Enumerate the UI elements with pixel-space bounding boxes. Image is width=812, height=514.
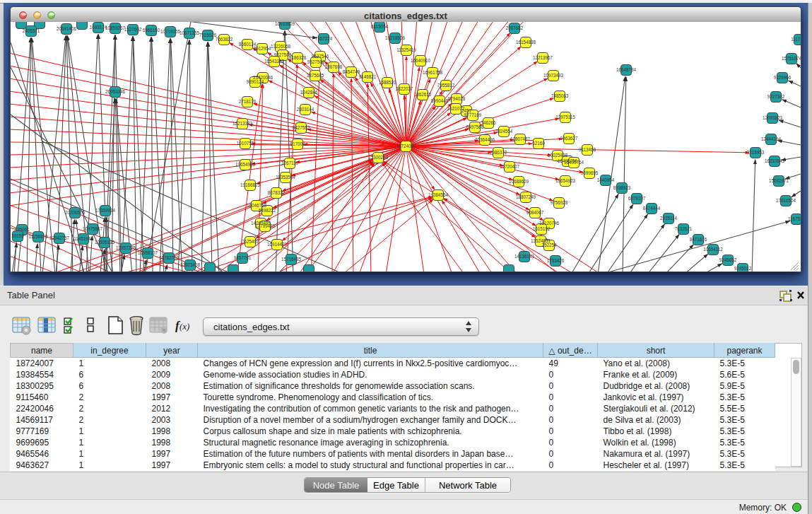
svg-text:8813054: 8813054 (371, 24, 389, 29)
svg-text:19654925: 19654925 (235, 162, 256, 167)
svg-text:15716485: 15716485 (281, 257, 302, 262)
svg-text:16782759: 16782759 (159, 255, 180, 260)
svg-text:10688609: 10688609 (509, 179, 529, 184)
svg-text:17016504: 17016504 (776, 198, 796, 203)
svg-text:746266: 746266 (481, 120, 496, 125)
svg-text:2718176: 2718176 (239, 99, 257, 104)
svg-text:17359934: 17359934 (95, 208, 116, 213)
svg-text:7625402: 7625402 (242, 239, 259, 244)
svg-text:10025438: 10025438 (548, 153, 568, 158)
svg-text:10973493: 10973493 (543, 73, 564, 78)
svg-text:16648784: 16648784 (616, 67, 637, 72)
svg-text:9699695: 9699695 (581, 170, 599, 175)
svg-text:16033809: 16033809 (275, 22, 295, 26)
svg-text:6794028: 6794028 (448, 96, 466, 101)
svg-text:1527602: 1527602 (124, 27, 142, 32)
svg-text:12213383: 12213383 (233, 121, 253, 126)
svg-text:252254: 252254 (541, 243, 557, 247)
svg-text:7515526: 7515526 (199, 33, 217, 37)
svg-text:6966160: 6966160 (143, 28, 160, 33)
svg-text:26053346: 26053346 (105, 89, 126, 94)
svg-text:3822037: 3822037 (396, 86, 413, 91)
svg-text:1362615: 1362615 (414, 92, 432, 97)
svg-text:12505135: 12505135 (95, 240, 115, 245)
svg-text:8678332: 8678332 (268, 190, 286, 195)
svg-text:8186328: 8186328 (289, 55, 307, 60)
svg-text:16154838: 16154838 (516, 40, 536, 45)
svg-text:1440954: 1440954 (597, 177, 615, 182)
svg-text:9227342: 9227342 (767, 94, 785, 99)
svg-text:6497568: 6497568 (466, 124, 484, 129)
svg-text:917004: 917004 (290, 141, 305, 146)
svg-text:2803144: 2803144 (297, 107, 314, 112)
svg-text:3242846: 3242846 (300, 90, 318, 95)
svg-text:12799489: 12799489 (255, 223, 276, 228)
svg-text:16914479: 16914479 (267, 242, 288, 247)
svg-text:9463627: 9463627 (560, 136, 578, 141)
svg-text:13226058: 13226058 (271, 44, 291, 49)
svg-text:15720407: 15720407 (500, 164, 520, 169)
svg-text:9527546: 9527546 (312, 54, 329, 59)
svg-text:7986372: 7986372 (490, 150, 507, 155)
svg-text:1588520: 1588520 (379, 80, 396, 85)
svg-text:9146821: 9146821 (359, 74, 377, 79)
svg-text:19166825: 19166825 (240, 182, 261, 187)
svg-text:11325419: 11325419 (396, 47, 416, 52)
svg-text:18724007: 18724007 (396, 144, 416, 148)
svg-text:19218506: 19218506 (385, 35, 406, 40)
svg-text:16120746: 16120746 (539, 221, 560, 226)
svg-text:11353594: 11353594 (276, 175, 295, 180)
svg-text:12923468: 12923468 (180, 262, 201, 267)
svg-text:10975867: 10975867 (83, 226, 103, 231)
svg-text:1615192: 1615192 (533, 226, 551, 231)
svg-text:18807249: 18807249 (516, 194, 536, 199)
svg-text:16495764: 16495764 (564, 160, 584, 165)
svg-text:12444194: 12444194 (761, 136, 782, 141)
svg-text:19654923: 19654923 (555, 178, 576, 183)
svg-text:8474444: 8474444 (643, 206, 661, 211)
svg-text:6879197: 6879197 (628, 196, 646, 201)
svg-text:16046758: 16046758 (247, 203, 267, 208)
svg-text:16210643: 16210643 (765, 158, 785, 163)
svg-text:16961758: 16961758 (423, 70, 443, 75)
svg-text:12942757: 12942757 (49, 235, 70, 240)
svg-text:7485063: 7485063 (551, 93, 569, 98)
svg-text:7632621: 7632621 (675, 226, 693, 231)
svg-text:9113468: 9113468 (579, 147, 596, 152)
svg-text:9777169: 9777169 (464, 112, 482, 117)
svg-text:12093823: 12093823 (763, 115, 783, 120)
svg-text:2087682: 2087682 (506, 25, 524, 30)
svg-text:19384554: 19384554 (428, 192, 449, 197)
svg-text:1167533: 1167533 (788, 216, 801, 221)
svg-text:3267110: 3267110 (281, 160, 299, 165)
svg-text:2405571: 2405571 (23, 28, 40, 33)
svg-text:12975115: 12975115 (555, 115, 575, 119)
svg-text:7357224: 7357224 (315, 36, 333, 41)
svg-text:20364436: 20364436 (475, 137, 495, 142)
svg-text:10671355: 10671355 (180, 30, 200, 35)
svg-text:15751074: 15751074 (782, 56, 801, 61)
svg-text:5498222: 5498222 (259, 208, 276, 213)
svg-text:9527508: 9527508 (307, 59, 325, 64)
svg-text:10654112: 10654112 (703, 247, 723, 252)
svg-text:10853267: 10853267 (105, 25, 126, 30)
svg-text:9457791: 9457791 (234, 255, 252, 260)
svg-text:17957225: 17957225 (116, 245, 136, 250)
svg-text:10719155: 10719155 (160, 29, 181, 34)
svg-text:1733426: 1733426 (547, 258, 565, 263)
svg-text:20691406: 20691406 (57, 26, 77, 31)
svg-text:(x): (x) (180, 321, 189, 332)
svg-text:7663822: 7663822 (216, 37, 233, 42)
svg-text:3215953: 3215953 (747, 150, 765, 155)
svg-text:835061: 835061 (14, 227, 30, 232)
svg-text:2867608: 2867608 (325, 64, 343, 69)
svg-text:14136141: 14136141 (514, 254, 535, 259)
svg-text:8938923: 8938923 (613, 185, 631, 190)
svg-text:7955812: 7955812 (437, 83, 455, 88)
svg-text:12213967: 12213967 (533, 55, 553, 60)
svg-text:8454749: 8454749 (343, 69, 360, 74)
svg-text:16543382: 16543382 (264, 59, 285, 64)
svg-text:11156829: 11156829 (28, 234, 48, 239)
svg-text:62160: 62160 (532, 141, 545, 146)
svg-text:3824554: 3824554 (495, 129, 513, 134)
